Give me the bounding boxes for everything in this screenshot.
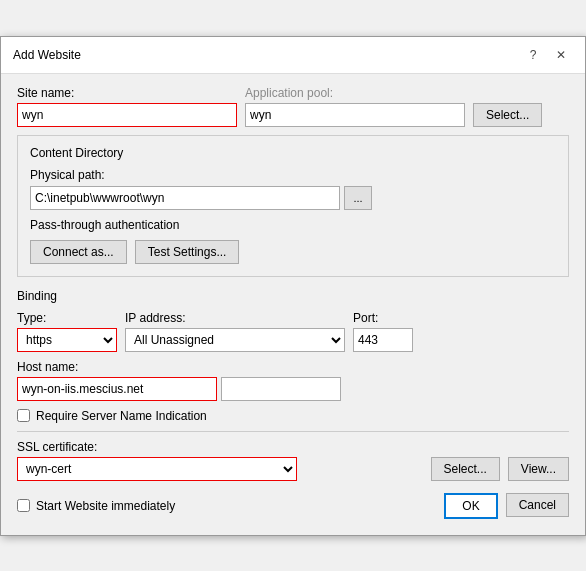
require-sni-row: Require Server Name Indication bbox=[17, 409, 569, 423]
connect-as-button[interactable]: Connect as... bbox=[30, 240, 127, 264]
site-app-row: Site name: Application pool: Select... bbox=[17, 86, 569, 127]
binding-section: Binding Type: https http IP address: All… bbox=[17, 289, 569, 423]
physical-path-label: Physical path: bbox=[30, 168, 556, 182]
app-pool-label: Application pool: bbox=[245, 86, 465, 100]
ssl-select[interactable]: wyn-cert bbox=[17, 457, 297, 481]
ssl-select-button[interactable]: Select... bbox=[431, 457, 500, 481]
title-bar-controls: ? ✕ bbox=[521, 45, 573, 65]
port-input[interactable] bbox=[353, 328, 413, 352]
auth-row: Connect as... Test Settings... bbox=[30, 240, 556, 264]
path-row: ... bbox=[30, 186, 556, 210]
content-directory-title: Content Directory bbox=[30, 146, 556, 160]
dialog-title: Add Website bbox=[13, 48, 81, 62]
title-bar-left: Add Website bbox=[13, 48, 81, 62]
type-group: Type: https http bbox=[17, 311, 117, 352]
physical-path-input[interactable] bbox=[30, 186, 340, 210]
content-directory-section: Content Directory Physical path: ... Pas… bbox=[17, 135, 569, 277]
close-button[interactable]: ✕ bbox=[549, 45, 573, 65]
host-name-row: Host name: bbox=[17, 360, 569, 401]
title-bar: Add Website ? ✕ bbox=[1, 37, 585, 74]
type-label: Type: bbox=[17, 311, 117, 325]
site-name-input[interactable] bbox=[17, 103, 237, 127]
ok-button[interactable]: OK bbox=[444, 493, 497, 519]
host-name-input[interactable] bbox=[17, 377, 217, 401]
start-website-checkbox[interactable] bbox=[17, 499, 30, 512]
require-sni-label: Require Server Name Indication bbox=[36, 409, 207, 423]
pass-through-label: Pass-through authentication bbox=[30, 218, 556, 232]
app-pool-input[interactable] bbox=[245, 103, 465, 127]
site-name-group: Site name: bbox=[17, 86, 237, 127]
test-settings-button[interactable]: Test Settings... bbox=[135, 240, 240, 264]
ip-select[interactable]: All Unassigned bbox=[125, 328, 345, 352]
footer-row: Start Website immediately OK Cancel bbox=[17, 493, 569, 519]
add-website-dialog: Add Website ? ✕ Site name: Application p… bbox=[0, 36, 586, 536]
cancel-button[interactable]: Cancel bbox=[506, 493, 569, 517]
port-label: Port: bbox=[353, 311, 413, 325]
ok-cancel-group: OK Cancel bbox=[444, 493, 569, 519]
ssl-view-button[interactable]: View... bbox=[508, 457, 569, 481]
help-button[interactable]: ? bbox=[521, 45, 545, 65]
binding-title: Binding bbox=[17, 289, 569, 303]
host-name-extra-input[interactable] bbox=[221, 377, 341, 401]
ssl-label: SSL certificate: bbox=[17, 440, 423, 454]
browse-button[interactable]: ... bbox=[344, 186, 372, 210]
ip-group: IP address: All Unassigned bbox=[125, 311, 345, 352]
port-group: Port: bbox=[353, 311, 413, 352]
ssl-group: SSL certificate: wyn-cert bbox=[17, 440, 423, 481]
start-website-label: Start Website immediately bbox=[36, 499, 175, 513]
dialog-content: Site name: Application pool: Select... C… bbox=[1, 74, 585, 535]
app-pool-group: Application pool: bbox=[245, 86, 465, 127]
require-sni-checkbox[interactable] bbox=[17, 409, 30, 422]
ip-label: IP address: bbox=[125, 311, 345, 325]
type-select[interactable]: https http bbox=[17, 328, 117, 352]
host-name-group: Host name: bbox=[17, 360, 341, 401]
ssl-row: SSL certificate: wyn-cert Select... View… bbox=[17, 440, 569, 481]
site-name-label: Site name: bbox=[17, 86, 237, 100]
host-name-label: Host name: bbox=[17, 360, 341, 374]
binding-type-ip-port-row: Type: https http IP address: All Unassig… bbox=[17, 311, 569, 352]
start-website-row: Start Website immediately bbox=[17, 499, 175, 513]
app-pool-select-button[interactable]: Select... bbox=[473, 103, 542, 127]
